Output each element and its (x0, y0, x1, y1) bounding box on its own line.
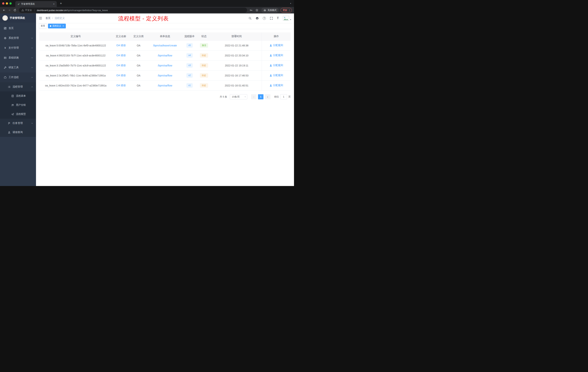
sidebar-item-label: 流程模型 (16, 112, 26, 116)
app-navbar: 首页 / 流程定义 流程模型 - 定义列表 ? T (36, 13, 294, 23)
github-icon[interactable] (256, 17, 259, 20)
chevron-up-icon (31, 86, 33, 88)
pagination: 共 5 条 10条/页 ▾ ‹ 1 › 前往 页 (39, 94, 291, 99)
page-size-value: 10条/页 (232, 95, 240, 98)
sidebar-logo[interactable]: 芋道管理系统 (0, 13, 36, 22)
security-status[interactable]: 不安全 (21, 9, 32, 12)
sidebar-item-home[interactable]: 首页 (0, 23, 36, 33)
navbar-actions: ? T ▾ (249, 16, 291, 21)
back-icon[interactable] (1, 8, 7, 13)
sidebar-item-payment-management[interactable]: ¥ 支付管理 (0, 43, 36, 53)
assign-rule-link[interactable]: 分配规则 (270, 44, 283, 47)
breadcrumb-separator: / (52, 17, 53, 20)
sidebar-menu: 首页 系统管理 ¥ 支付管理 基础设施 (0, 22, 36, 186)
toolbar-right: 无痕模式 更新 ⋮ (249, 8, 293, 13)
cell-deploy-time: 2022-01-22 19:19:11 (211, 60, 262, 70)
form-info-link[interactable]: /bpm/oa/flow (158, 84, 172, 87)
update-label: 更新 (283, 9, 287, 12)
browser-menu-icon[interactable]: ⋮ (288, 9, 291, 12)
assign-rule-link[interactable]: 分配规则 (270, 64, 283, 67)
browser-window: 芋道管理系统 × + ▾ 不安全 dashboard.yudao.iocoder… (0, 0, 294, 186)
sidebar-item-user-groups[interactable]: 用户分组 (0, 100, 36, 109)
tab-search-chevron-icon[interactable]: ▾ (290, 2, 291, 4)
page-number-button[interactable]: 1 (258, 94, 263, 99)
assign-rule-link[interactable]: 分配规则 (270, 54, 283, 57)
sidebar-item-label: 任务管理 (12, 121, 23, 125)
sidebar-item-process-model[interactable]: 流程模型 (0, 109, 36, 119)
help-icon[interactable]: ? (263, 17, 266, 20)
tag-home[interactable]: 首页 (39, 24, 47, 28)
sidebar-item-label: 首页 (9, 27, 14, 30)
paper-plane-icon (11, 113, 14, 116)
close-window-button[interactable] (2, 2, 4, 5)
definition-name-link[interactable]: OA 请假 (116, 84, 126, 87)
tab-close-icon[interactable]: × (52, 2, 55, 5)
chrome-update-button[interactable]: 更新 ⋮ (281, 8, 292, 12)
user-avatar[interactable]: ▾ (283, 16, 291, 21)
version-badge: v2 (187, 73, 193, 77)
sidebar-item-process-form[interactable]: 流程表单 (0, 91, 36, 100)
form-info-link[interactable]: /bpm/oa/flow (158, 54, 172, 57)
form-info-link[interactable]: /bpm/oa/flow (158, 74, 172, 77)
sidebar-item-label: 研发工具 (9, 66, 19, 69)
zoom-window-button[interactable] (10, 2, 12, 5)
main-area: 首页 / 流程定义 流程模型 - 定义列表 ? T (36, 13, 294, 186)
form-info-link[interactable]: /bpm/oa/flow (158, 64, 172, 67)
assign-person-icon (270, 84, 272, 87)
goto-suffix-label: 页 (288, 95, 291, 98)
col-form-info: 表单信息 (147, 33, 183, 40)
sidebar-item-workflow[interactable]: 工作流程 (0, 72, 36, 82)
breadcrumb: 首页 / 流程定义 (45, 17, 65, 20)
browser-tab[interactable]: 芋道管理系统 × (15, 1, 57, 7)
cell-category: OA (130, 80, 147, 90)
bookmark-star-icon[interactable] (254, 8, 260, 13)
assign-rule-link[interactable]: 分配规则 (270, 84, 283, 87)
definition-name-link[interactable]: OA 请假 (116, 44, 126, 47)
reload-icon[interactable] (12, 8, 17, 13)
definition-name-link[interactable]: OA 请假 (116, 54, 126, 57)
assign-rule-link[interactable]: 分配规则 (270, 74, 283, 77)
sidebar-item-dev-tools[interactable]: 研发工具 (0, 63, 36, 72)
url-text[interactable]: dashboard.yudao.iocoder.cn/bpm/manager/d… (37, 9, 108, 12)
prev-page-button[interactable]: ‹ (251, 94, 257, 99)
font-size-icon[interactable]: T (277, 17, 279, 20)
form-info-link[interactable]: /bpm/oa/leave/create (153, 44, 177, 47)
new-tab-button[interactable]: + (58, 1, 64, 5)
password-key-icon[interactable] (249, 8, 254, 13)
app-root: 芋道管理系统 首页 系统管理 ¥ 支付管理 (0, 13, 294, 186)
traffic-lights (2, 2, 12, 5)
collapse-sidebar-icon[interactable] (39, 17, 42, 20)
page-size-select[interactable]: 10条/页 ▾ (230, 94, 247, 99)
forward-icon[interactable] (7, 8, 12, 13)
cell-category: OA (130, 50, 147, 60)
breadcrumb-home[interactable]: 首页 (45, 17, 51, 20)
table-row: oa_leave:1:482ec033-762a-11ec-8477-a2380… (39, 80, 291, 90)
goto-page-input[interactable] (280, 94, 287, 99)
pagination-buttons: ‹ 1 › (251, 94, 270, 99)
sidebar-item-infrastructure[interactable]: 基础设施 (0, 53, 36, 63)
tag-close-icon[interactable]: × (63, 25, 64, 27)
incognito-profile-chip[interactable]: 无痕模式 (261, 8, 279, 13)
definition-name-link[interactable]: OA 请假 (116, 74, 126, 77)
cell-deploy-time: 2022-01-16 17:46:53 (211, 70, 262, 80)
fullscreen-icon[interactable] (270, 17, 273, 20)
cell-category: OA (130, 60, 147, 70)
sidebar-item-task-management[interactable]: 任务管理 (0, 119, 36, 128)
tag-process-definition[interactable]: 流程定义 × (48, 24, 66, 28)
avatar-caret-icon[interactable]: ▾ (290, 19, 291, 21)
address-bar[interactable]: 不安全 dashboard.yudao.iocoder.cn/bpm/manag… (19, 8, 247, 13)
sidebar-item-system-management[interactable]: 系统管理 (0, 33, 36, 43)
definition-name-link[interactable]: OA 请假 (116, 64, 126, 67)
search-icon[interactable] (249, 17, 252, 20)
version-badge: v5 (187, 43, 193, 47)
list-icon (8, 86, 10, 88)
sidebar-item-label: 用户分组 (16, 103, 26, 107)
browser-titlebar: 芋道管理系统 × + ▾ (0, 0, 294, 7)
sidebar-item-process-management[interactable]: 流程管理 (0, 82, 36, 91)
minimize-window-button[interactable] (6, 2, 8, 5)
col-status: 状态 (196, 33, 211, 40)
version-badge: v4 (187, 53, 193, 57)
gear-icon (4, 37, 7, 40)
next-page-button[interactable]: › (265, 94, 270, 99)
sidebar-item-leave-query[interactable]: 请假查询 (0, 128, 36, 137)
